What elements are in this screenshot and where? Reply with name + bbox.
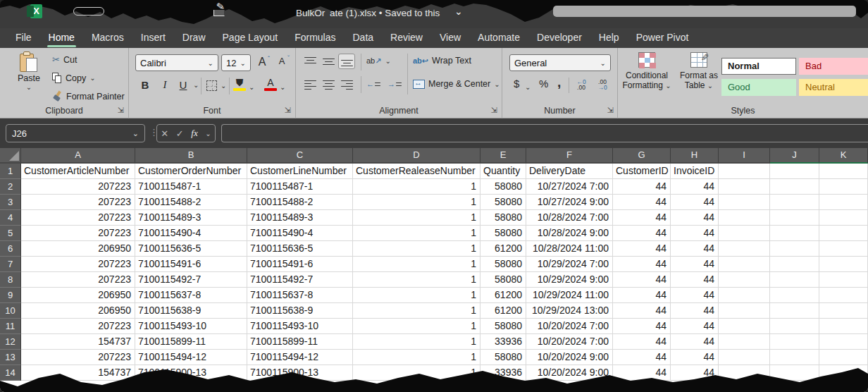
cell-E1[interactable]: Quantity: [480, 164, 526, 179]
cell-A12[interactable]: 154737: [21, 334, 135, 350]
cell-J7[interactable]: [770, 257, 819, 272]
column-header-F[interactable]: F: [526, 148, 613, 164]
style-chip-neutral[interactable]: Neutral: [799, 79, 868, 96]
font-name-combo[interactable]: Calibri ⌄: [135, 54, 218, 71]
cell-G14[interactable]: 44: [613, 365, 671, 381]
select-all-corner[interactable]: [0, 148, 21, 164]
enter-button[interactable]: ✓: [176, 128, 184, 139]
cell-G1[interactable]: CustomerID: [613, 164, 671, 179]
cell-F5[interactable]: 10/28/2024 9:00: [526, 226, 613, 241]
cell-H5[interactable]: 44: [671, 226, 719, 241]
column-header-C[interactable]: C: [247, 148, 353, 164]
cell-G11[interactable]: 44: [613, 319, 671, 334]
cell-K2[interactable]: [819, 179, 868, 195]
cell-H2[interactable]: 44: [671, 179, 719, 195]
cell-C10[interactable]: 7100115638-9: [247, 303, 353, 319]
cell-A8[interactable]: 207223: [21, 272, 135, 288]
cell-C13[interactable]: 7100115494-12: [247, 350, 353, 365]
cell-F11[interactable]: 10/20/2024 7:00: [526, 319, 613, 334]
title-chevron-down-icon[interactable]: ⌄: [454, 6, 463, 17]
align-center-button[interactable]: [320, 76, 337, 92]
cell-K1[interactable]: [819, 164, 868, 179]
row-header-9[interactable]: 9: [0, 288, 21, 303]
cell-K14[interactable]: [819, 365, 868, 381]
cell-D6[interactable]: 1: [353, 241, 480, 257]
column-header-G[interactable]: G: [613, 148, 671, 164]
cell-J8[interactable]: [770, 272, 819, 288]
cell-D9[interactable]: 1: [353, 288, 480, 303]
name-box[interactable]: J26 ⌄: [6, 124, 145, 142]
merge-center-button[interactable]: Merge & Center ⌄: [413, 79, 500, 89]
cell-F9[interactable]: 10/29/2024 11:00: [526, 288, 613, 303]
menu-tab-formulas[interactable]: Formulas: [286, 28, 344, 48]
cell-F7[interactable]: 10/29/2024 7:00: [526, 257, 613, 272]
orientation-chevron-icon[interactable]: ⌄: [385, 57, 390, 65]
cell-H8[interactable]: 44: [671, 272, 719, 288]
middle-align-button[interactable]: [320, 54, 337, 69]
borders-button[interactable]: ⌄: [206, 80, 226, 91]
cell-J13[interactable]: [770, 350, 819, 365]
cell-G9[interactable]: 44: [613, 288, 671, 303]
style-chip-bad[interactable]: Bad: [799, 58, 868, 75]
cell-A4[interactable]: 207223: [21, 210, 135, 226]
format-as-table-button[interactable]: ✎ Format as Table ⌄: [674, 52, 724, 91]
cell-J10[interactable]: [770, 303, 819, 319]
menu-tab-power-pivot[interactable]: Power Pivot: [628, 28, 698, 48]
cell-E7[interactable]: 58080: [480, 257, 526, 272]
cell-K10[interactable]: [819, 303, 868, 319]
column-header-H[interactable]: H: [671, 148, 719, 164]
comma-style-button[interactable]: ,: [557, 75, 561, 90]
bottom-align-button[interactable]: [338, 54, 355, 69]
row-header-13[interactable]: 13: [0, 350, 21, 365]
cell-D4[interactable]: 1: [353, 210, 480, 226]
cell-C7[interactable]: 7100115491-6: [247, 257, 353, 272]
cell-B2[interactable]: 7100115487-1: [135, 179, 247, 195]
cell-E6[interactable]: 61200: [480, 241, 526, 257]
cell-G3[interactable]: 44: [613, 195, 671, 210]
cell-G6[interactable]: 44: [613, 241, 671, 257]
cell-K5[interactable]: [819, 226, 868, 241]
cell-H7[interactable]: 44: [671, 257, 719, 272]
cell-H9[interactable]: 44: [671, 288, 719, 303]
row-header-7[interactable]: 7: [0, 257, 21, 272]
cell-A6[interactable]: 206950: [21, 241, 135, 257]
cell-J12[interactable]: [770, 334, 819, 350]
italic-button[interactable]: I: [159, 79, 171, 91]
cell-D5[interactable]: 1: [353, 226, 480, 241]
cell-K9[interactable]: [819, 288, 868, 303]
cell-E3[interactable]: 58080: [480, 195, 526, 210]
align-right-button[interactable]: [338, 76, 355, 92]
row-header-14[interactable]: 14: [0, 365, 21, 381]
cell-G7[interactable]: 44: [613, 257, 671, 272]
align-left-button[interactable]: [302, 76, 318, 92]
cell-J14[interactable]: [770, 365, 819, 381]
cell-C1[interactable]: CustomerLineNumber: [247, 164, 353, 179]
bold-button[interactable]: B: [139, 79, 151, 91]
cell-D2[interactable]: 1: [353, 179, 480, 195]
cell-I6[interactable]: [719, 241, 770, 257]
merge-center-chevron-icon[interactable]: ⌄: [494, 80, 500, 88]
cell-K4[interactable]: [819, 210, 868, 226]
cell-I8[interactable]: [719, 272, 770, 288]
alignment-dialog-launcher[interactable]: ⇲: [491, 106, 497, 115]
cell-F6[interactable]: 10/28/2024 11:00: [526, 241, 613, 257]
row-header-4[interactable]: 4: [0, 210, 21, 226]
cell-C11[interactable]: 7100115493-10: [247, 319, 353, 334]
cell-G2[interactable]: 44: [613, 179, 671, 195]
cell-E11[interactable]: 58080: [480, 319, 526, 334]
cell-H6[interactable]: 44: [671, 241, 719, 257]
cell-A9[interactable]: 206950: [21, 288, 135, 303]
cell-H11[interactable]: 44: [671, 319, 719, 334]
menu-tab-macros[interactable]: Macros: [83, 28, 132, 48]
cell-A14[interactable]: 154737: [21, 365, 135, 381]
cell-I3[interactable]: [719, 195, 770, 210]
cell-J3[interactable]: [770, 195, 819, 210]
copy-button[interactable]: Copy ⌄: [52, 73, 96, 83]
cell-H3[interactable]: 44: [671, 195, 719, 210]
menu-tab-help[interactable]: Help: [590, 28, 628, 48]
cell-F14[interactable]: 10/20/2024 9:00: [526, 365, 613, 381]
cell-B13[interactable]: 7100115494-12: [135, 350, 247, 365]
menu-tab-home[interactable]: Home: [40, 28, 83, 48]
cell-B11[interactable]: 7100115493-10: [135, 319, 247, 334]
decrease-indent-button[interactable]: ←: [365, 76, 382, 92]
